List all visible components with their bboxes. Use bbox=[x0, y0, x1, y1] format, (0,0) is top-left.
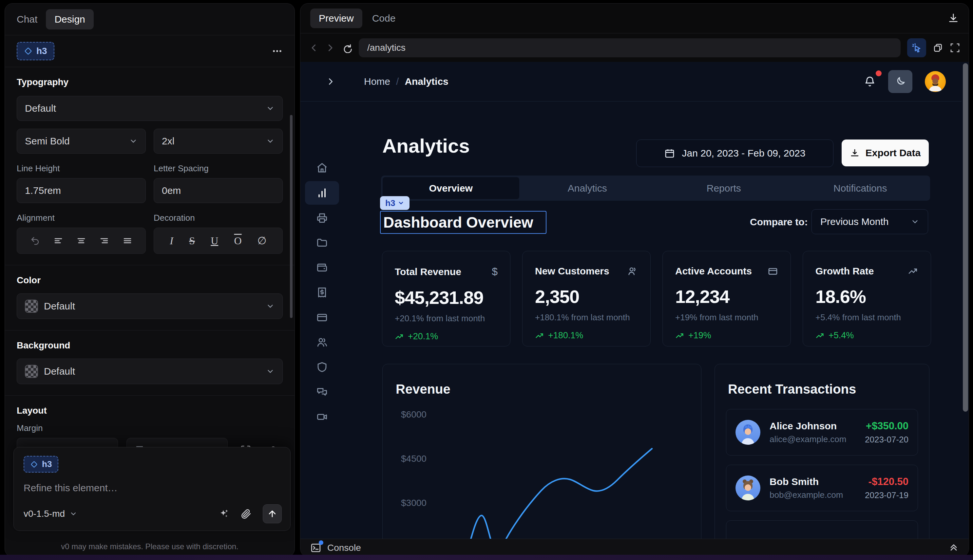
trending-up-icon bbox=[815, 331, 824, 340]
stat-value: 2,350 bbox=[535, 286, 638, 307]
divider bbox=[5, 330, 295, 330]
typography-section-label: Typography bbox=[17, 77, 283, 87]
chevron-down-icon bbox=[266, 367, 275, 376]
transaction-date: 2023-07-20 bbox=[865, 435, 908, 445]
tab-preview[interactable]: Preview bbox=[310, 8, 362, 28]
divider bbox=[5, 67, 295, 67]
stat-card-total-revenue: Total Revenue$ $45,231.89 +20.1% from la… bbox=[382, 251, 511, 347]
letter-spacing-input[interactable]: 0em bbox=[154, 178, 283, 203]
background-select[interactable]: Default bbox=[17, 358, 283, 384]
console-label: Console bbox=[327, 543, 361, 553]
decoration-toolbar: I S U O ∅ bbox=[154, 228, 283, 254]
transaction-name: Alice Johnson bbox=[769, 420, 846, 432]
select-element-button[interactable] bbox=[907, 38, 926, 57]
tab-notifications[interactable]: Notifications bbox=[792, 177, 929, 199]
more-options-icon[interactable] bbox=[272, 45, 283, 57]
stat-subtext: +180.1% from last month bbox=[535, 312, 638, 323]
no-decoration-icon[interactable]: ∅ bbox=[257, 235, 267, 247]
transaction-date: 2023-07-19 bbox=[865, 490, 908, 500]
chevrons-up-icon[interactable] bbox=[948, 543, 959, 553]
transaction-name: Bob Smith bbox=[769, 476, 843, 487]
download-icon[interactable] bbox=[948, 13, 959, 24]
transactions-title: Recent Transactions bbox=[728, 382, 856, 397]
inspector-scrollbar[interactable] bbox=[290, 115, 292, 318]
url-input[interactable]: /analytics bbox=[359, 38, 901, 57]
calendar-icon bbox=[664, 148, 675, 158]
color-select[interactable]: Default bbox=[17, 293, 283, 319]
console-badge-dot bbox=[319, 540, 323, 545]
export-data-button[interactable]: Export Data bbox=[842, 140, 929, 167]
composer-element-badge[interactable]: h3 bbox=[23, 456, 58, 473]
strikethrough-icon[interactable]: S bbox=[189, 235, 195, 247]
tab-analytics[interactable]: Analytics bbox=[519, 177, 656, 199]
preview-navbar: /analytics bbox=[300, 33, 969, 62]
transaction-amount: -$120.50 bbox=[865, 476, 908, 488]
revenue-line-chart bbox=[383, 364, 701, 539]
section-title: Dashboard Overview bbox=[383, 213, 533, 231]
transparent-swatch-icon bbox=[25, 365, 38, 378]
forward-icon[interactable] bbox=[325, 43, 335, 53]
transaction-row[interactable]: Bob Smith bob@example.com -$120.50 2023-… bbox=[726, 465, 918, 511]
refresh-icon[interactable] bbox=[342, 43, 352, 53]
align-center-icon[interactable] bbox=[76, 236, 86, 246]
decoration-label: Decoration bbox=[154, 213, 283, 223]
background-section-label: Background bbox=[17, 340, 283, 351]
fullscreen-icon[interactable] bbox=[950, 43, 960, 53]
cursor-pointer-icon bbox=[911, 42, 922, 53]
send-button[interactable] bbox=[263, 504, 282, 523]
transaction-email: bob@example.com bbox=[769, 490, 843, 500]
composer-input[interactable]: Refine this element… bbox=[23, 482, 280, 493]
chevron-down-icon bbox=[398, 200, 404, 206]
trending-up-icon bbox=[395, 332, 404, 341]
stat-card-growth-rate: Growth Rate 18.6% +5.4% from last month … bbox=[803, 251, 931, 347]
date-range-button[interactable]: Jan 20, 2023 - Feb 09, 2023 bbox=[636, 140, 833, 167]
color-section-label: Color bbox=[17, 275, 283, 285]
copy-pages-icon[interactable] bbox=[933, 43, 943, 53]
tab-chat[interactable]: Chat bbox=[17, 14, 37, 25]
transaction-row-partial[interactable] bbox=[726, 520, 918, 539]
tab-design[interactable]: Design bbox=[46, 9, 93, 30]
avatar bbox=[736, 475, 760, 500]
stat-subtext: +5.4% from last month bbox=[815, 312, 918, 323]
line-height-input[interactable]: 1.75rem bbox=[17, 178, 146, 203]
tab-reports[interactable]: Reports bbox=[656, 177, 792, 199]
compare-label: Compare to: bbox=[750, 217, 808, 228]
selected-element-badge[interactable]: h3 bbox=[17, 42, 54, 60]
viewport-scrollbar[interactable] bbox=[963, 63, 968, 412]
stat-subtext: +19% from last month bbox=[675, 312, 778, 323]
underline-icon[interactable]: U bbox=[211, 235, 218, 247]
reset-alignment-icon[interactable] bbox=[30, 236, 40, 246]
font-weight-select[interactable]: Semi Bold bbox=[17, 129, 146, 153]
selected-element-row: h3 bbox=[5, 35, 295, 67]
avatar bbox=[736, 420, 760, 445]
align-left-icon[interactable] bbox=[53, 236, 63, 246]
overline-icon[interactable]: O bbox=[234, 235, 242, 247]
builder-tabbar: Chat Design bbox=[5, 3, 295, 35]
model-select[interactable]: v0-1.5-md bbox=[23, 508, 77, 519]
console-bar[interactable]: Console bbox=[300, 539, 969, 557]
revenue-chart-card: Revenue $6000 $4500 $3000 bbox=[382, 364, 701, 539]
transaction-row[interactable]: Alice Johnson alice@example.com +$350.00… bbox=[726, 409, 918, 455]
download-icon bbox=[850, 148, 860, 158]
preview-tabbar: Preview Code bbox=[300, 3, 969, 33]
line-height-label: Line Height bbox=[17, 163, 146, 173]
font-select[interactable]: Default bbox=[17, 96, 283, 121]
back-icon[interactable] bbox=[309, 43, 319, 53]
tab-code[interactable]: Code bbox=[372, 13, 396, 24]
selected-heading-outline[interactable]: Dashboard Overview bbox=[380, 211, 546, 234]
tab-overview[interactable]: Overview bbox=[383, 177, 519, 199]
align-right-icon[interactable] bbox=[99, 236, 109, 246]
italic-icon[interactable]: I bbox=[170, 235, 173, 247]
align-justify-icon[interactable] bbox=[122, 236, 132, 246]
sparkles-icon[interactable] bbox=[218, 508, 229, 519]
credit-card-icon bbox=[768, 266, 778, 277]
transaction-email: alice@example.com bbox=[769, 434, 846, 444]
chevron-down-icon bbox=[266, 137, 275, 145]
alignment-toolbar bbox=[17, 228, 146, 254]
compare-select[interactable]: Previous Month bbox=[811, 209, 928, 234]
diamond-icon bbox=[30, 460, 38, 468]
font-size-select[interactable]: 2xl bbox=[154, 129, 283, 153]
selected-element-chip[interactable]: h3 bbox=[380, 196, 409, 210]
paperclip-icon[interactable] bbox=[240, 508, 252, 519]
transparent-swatch-icon bbox=[25, 300, 38, 313]
